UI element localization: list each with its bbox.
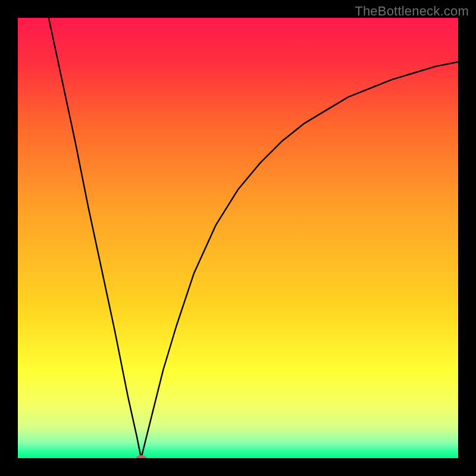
- chart-canvas: [18, 18, 458, 458]
- plot-area: [18, 18, 458, 458]
- gradient-background: [18, 18, 458, 458]
- watermark-text: TheBottleneck.com: [355, 4, 469, 19]
- outer-frame: TheBottleneck.com: [0, 0, 476, 476]
